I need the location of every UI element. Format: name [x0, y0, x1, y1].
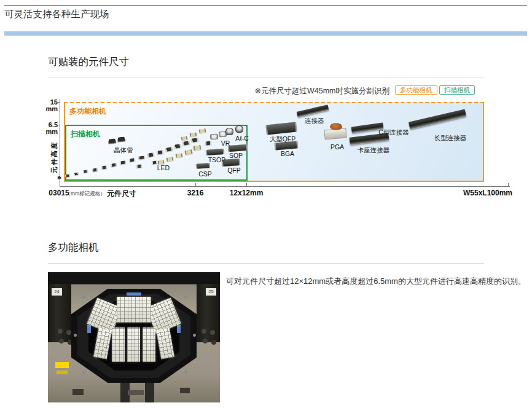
component-label: QFP: [227, 167, 241, 174]
multifunction-camera-photo: 24 25: [48, 272, 220, 402]
deck-fittings-right: [201, 329, 206, 334]
component-chip: [118, 136, 125, 141]
component-label: CSP: [198, 170, 212, 178]
component-chip: [330, 123, 342, 130]
component-label: 长型连接器: [434, 134, 467, 143]
component-label: 卡座连接器: [358, 146, 390, 155]
led-column-2: [127, 328, 140, 362]
section-divider: [48, 77, 484, 77]
blue-accent-bar: [4, 31, 527, 36]
deck-fittings-left: [58, 329, 63, 334]
y-axis-tick: [56, 102, 60, 103]
led-array-top-center: [117, 297, 151, 323]
legend-badge-multifunction-camera: 多功能相机: [395, 85, 437, 95]
deck-part: [180, 388, 190, 393]
feeder-slot-tag-right: 25: [206, 288, 216, 296]
split-recognition-note: ※元件尺寸超过W45mm时实施分割识别: [0, 86, 389, 96]
x-axis-label: （mm标记规格）: [65, 190, 105, 198]
y-axis-line: [60, 99, 60, 186]
y-axis-tick-label: 15mm: [39, 99, 58, 112]
zone-label-multifunction-camera: 多功能相机: [65, 103, 111, 120]
component-label: TSOP: [208, 156, 226, 163]
led-column-1: [112, 328, 125, 362]
x-axis-label: 元件尺寸: [107, 189, 136, 199]
component-label: C型连接器: [378, 128, 409, 137]
component-chip: [109, 138, 116, 143]
component-chip: [57, 176, 62, 179]
component-label: PGA: [331, 143, 344, 151]
component-chip: [210, 133, 219, 139]
y-axis-tick-label: 6.5mm: [39, 122, 58, 135]
blue-tape-top: [127, 292, 141, 296]
x-axis-line: [60, 186, 510, 187]
component-label: BGA: [281, 150, 294, 157]
x-axis-tick: [246, 183, 247, 186]
deck-part: [128, 390, 144, 395]
section-divider: [48, 263, 484, 264]
component-label: VR: [221, 139, 230, 147]
warning-sticker: [55, 362, 69, 368]
blue-tape-left: [87, 325, 91, 333]
component-label: 连接器: [305, 117, 324, 125]
top-rule: [4, 5, 527, 6]
legend-badge-scan-camera: 扫描相机: [439, 85, 475, 95]
section-heading-multifunction-camera: 多功能相机: [48, 241, 99, 254]
x-axis-label: 12x12mm: [230, 189, 264, 197]
component-label: 大型QFP: [270, 135, 296, 144]
page-root: { "colors": { "accent_orange": "#f59a23"…: [0, 0, 532, 408]
x-axis-label: W55xL100mm: [463, 189, 512, 197]
blue-tape-right: [177, 325, 181, 333]
x-axis-label: 3216: [187, 189, 204, 197]
zone-label-scan-camera: 扫描相机: [66, 126, 104, 143]
component-chip: [235, 125, 243, 133]
feeder-slot-tag-left: 24: [52, 288, 62, 296]
y-axis-title: 元件高度: [50, 141, 59, 173]
component-chip: [229, 144, 247, 152]
component-chip: [207, 149, 224, 155]
x-axis-tick: [508, 183, 509, 186]
page-title: 可灵活支持各种生产现场: [4, 8, 109, 21]
deck-part: [72, 389, 84, 395]
housing-screws: [82, 296, 85, 299]
x-axis-tick: [195, 183, 196, 186]
component-chip: [197, 163, 209, 168]
component-label: 晶体管: [114, 146, 133, 155]
led-column-3: [143, 328, 155, 362]
y-axis-tick: [56, 125, 60, 125]
camera-description: 可对元件尺寸超过12×12mm或者高度超过6.5mm的大型元件进行高速高精度的识…: [226, 274, 528, 289]
component-chip: [225, 128, 233, 135]
component-label: Aℓ-C: [235, 135, 248, 142]
component-label: LED: [157, 164, 170, 171]
section-heading-component-sizes: 可贴装的元件尺寸: [48, 55, 129, 69]
component-label: SOP: [229, 152, 243, 159]
